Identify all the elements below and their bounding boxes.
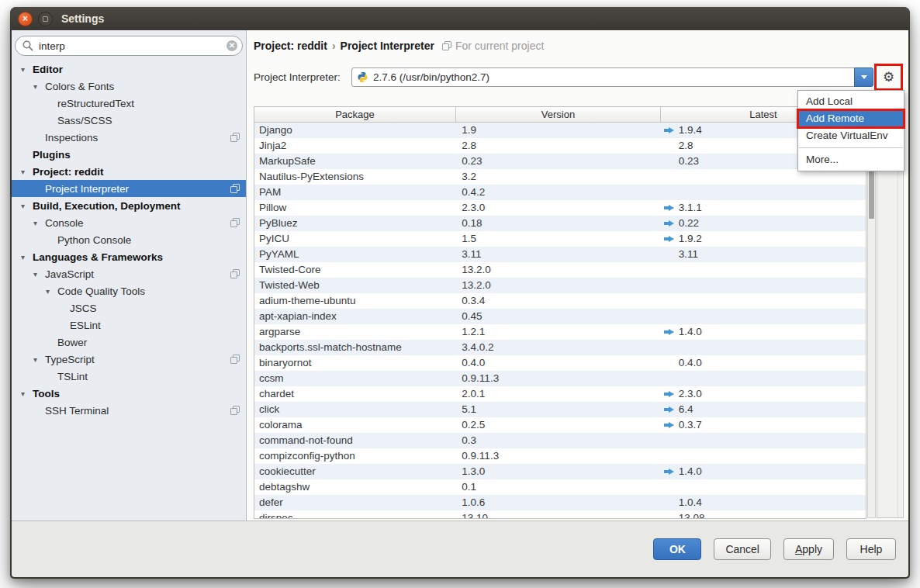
table-row-pam[interactable]: PAM0.4.2 [254,185,866,200]
table-row-pillow[interactable]: Pillow2.3.03.1.1 [254,200,866,216]
table-row-pyyaml[interactable]: PyYAML3.113.11 [254,247,866,262]
expand-arrow-icon[interactable]: ▾ [21,65,33,74]
table-row-argparse[interactable]: argparse1.2.11.4.0 [254,324,866,340]
sidebar-item-editor[interactable]: ▾Editor [12,61,246,78]
restore-icon [43,16,48,22]
menu-item-create-virtualenv[interactable]: Create VirtualEnv [798,127,904,144]
interpreter-combobox[interactable]: 2.7.6 (/usr/bin/python2.7) [351,67,873,87]
interpreter-value: 2.7.6 (/usr/bin/python2.7) [373,71,854,83]
column-header-package[interactable]: Package [254,107,456,122]
menu-item-more[interactable]: More... [798,151,904,168]
table-row-twisted-web[interactable]: Twisted-Web13.2.0 [254,278,866,293]
sidebar-item-tools[interactable]: ▾Tools [12,385,246,402]
gear-button[interactable]: ⚙ [878,67,899,87]
scrollbar-thumb[interactable] [869,167,874,219]
breadcrumb: Project: reddit › Project Interpreter Fo… [254,40,544,52]
combobox-dropdown-button[interactable] [854,67,873,87]
expand-arrow-icon[interactable]: ▾ [33,82,45,91]
table-row-apt-xapian-index[interactable]: apt-xapian-index0.45 [254,309,866,324]
ok-button[interactable]: OK [653,538,701,560]
version-cell: 3.4.0.2 [455,340,659,355]
package-cell: Twisted-Web [254,278,455,293]
breadcrumb-project[interactable]: Project: reddit [254,40,327,52]
clear-search-icon[interactable]: ✕ [227,40,237,51]
table-row-pyicu[interactable]: PyICU1.51.9.2 [254,231,866,247]
breadcrumb-page[interactable]: Project Interpreter [341,40,434,52]
sidebar-item-tslint[interactable]: TSLint [12,368,246,385]
sidebar-item-languages-frameworks[interactable]: ▾Languages & Frameworks [12,248,246,265]
table-row-colorama[interactable]: colorama0.2.50.3.7 [254,417,866,433]
help-button[interactable]: Help [846,538,896,560]
sidebar-item-code-quality-tools[interactable]: ▾Code Quality Tools [12,282,246,299]
table-row-defer[interactable]: defer1.0.61.0.4 [254,495,866,510]
title-bar[interactable]: × Settings [10,7,910,30]
table-row-nautilus-pyextensions[interactable]: Nautilus-PyExtensions3.2 [254,169,866,185]
sidebar-item-restructuredtext[interactable]: reStructuredText [12,95,246,112]
table-row-binaryornot[interactable]: binaryornot0.4.00.4.0 [254,355,866,371]
sidebar-item-python-console[interactable]: Python Console [12,231,246,248]
version-cell: 1.3.0 [455,464,659,479]
column-header-version[interactable]: Version [456,107,661,122]
table-row-dirspec[interactable]: dirspec13.1013.08 [254,510,866,518]
menu-divider [799,147,903,148]
table-row-pybluez[interactable]: PyBluez0.180.22 [254,216,866,231]
table-row-django[interactable]: Django1.91.9.4 [254,123,866,138]
expand-arrow-icon[interactable]: ▾ [21,202,33,210]
expand-arrow-icon[interactable]: ▾ [21,253,33,261]
sidebar-item-eslint[interactable]: ESLint [12,316,246,334]
table-row-cookiecutter[interactable]: cookiecutter1.3.01.4.0 [254,464,866,479]
sidebar-item-label: Python Console [57,234,131,246]
sidebar-item-console[interactable]: ▾Console [12,214,246,231]
table-row-markupsafe[interactable]: MarkupSafe0.230.23 [254,154,866,169]
table-row-command-not-found[interactable]: command-not-found0.3 [254,433,866,448]
expand-arrow-icon[interactable]: ▾ [33,355,45,364]
sidebar-item-jscs[interactable]: JSCS [12,299,246,316]
sidebar-item-typescript[interactable]: ▾TypeScript [12,351,246,368]
sidebar-item-plugins[interactable]: Plugins [12,146,246,163]
sidebar-item-inspections[interactable]: Inspections [12,129,246,146]
settings-dialog: × Settings ✕ ▾Editor▾Colors & FontsreStr… [10,7,910,579]
menu-item-add-remote[interactable]: Add Remote [798,110,904,127]
sidebar-item-colors-fonts[interactable]: ▾Colors & Fonts [12,78,246,95]
upgrade-arrow-icon [664,329,674,336]
sidebar-item-project-reddit[interactable]: ▾Project: reddit [12,163,246,180]
expand-arrow-icon[interactable]: ▾ [33,219,45,227]
table-row-compizconfig-python[interactable]: compizconfig-python0.9.11.3 [254,448,866,464]
version-cell: 0.9.11.3 [455,371,659,386]
table-row-twisted-core[interactable]: Twisted-Core13.2.0 [254,262,866,278]
table-row-chardet[interactable]: chardet2.0.12.3.0 [254,386,866,402]
sidebar-item-javascript[interactable]: ▾JavaScript [12,265,246,282]
sidebar-item-sass-scss[interactable]: Sass/SCSS [12,112,246,129]
table-row-adium-theme-ubuntu[interactable]: adium-theme-ubuntu0.3.4 [254,293,866,309]
menu-item-add-local[interactable]: Add Local [798,93,904,110]
latest-cell [660,278,866,293]
version-cell: 0.3 [455,433,659,448]
latest-cell [660,479,866,495]
package-cell: PyYAML [254,247,455,262]
sidebar-item-build-execution-deployment[interactable]: ▾Build, Execution, Deployment [12,197,246,214]
version-cell: 13.2.0 [455,262,659,278]
expand-arrow-icon[interactable]: ▾ [21,168,33,176]
restore-button[interactable] [38,12,53,26]
version-cell: 0.18 [455,216,659,231]
close-button[interactable]: × [18,12,33,26]
expand-arrow-icon[interactable]: ▾ [46,287,57,296]
apply-button[interactable]: Apply [783,538,834,560]
table-row-ccsm[interactable]: ccsm0.9.11.3 [254,371,866,386]
chevron-down-icon [861,75,867,79]
table-row-jinja2[interactable]: Jinja22.82.8 [254,138,866,154]
sidebar-item-label: Sass/SCSS [57,115,112,126]
cancel-button[interactable]: Cancel [714,538,771,560]
package-cell: binaryornot [254,355,455,371]
package-cell: command-not-found [254,433,455,448]
table-row-click[interactable]: click5.16.4 [254,402,866,417]
sidebar-item-project-interpreter[interactable]: Project Interpreter [12,180,246,197]
sidebar-item-ssh-terminal[interactable]: SSH Terminal [12,402,246,419]
sidebar-item-bower[interactable]: Bower [12,334,246,351]
search-input[interactable] [15,36,243,56]
expand-arrow-icon[interactable]: ▾ [33,270,45,278]
table-row-debtagshw[interactable]: debtagshw0.1 [254,479,866,495]
table-row-backports-ssl-match-hostname[interactable]: backports.ssl-match-hostname3.4.0.2 [254,340,866,355]
package-cell: Nautilus-PyExtensions [254,169,455,185]
expand-arrow-icon[interactable]: ▾ [21,389,33,398]
